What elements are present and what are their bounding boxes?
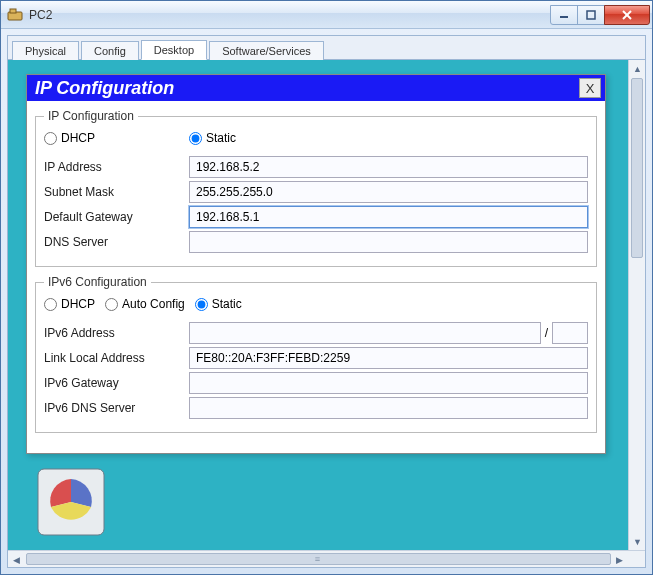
ipv4-dhcp-option[interactable]: DHCP (44, 131, 95, 145)
ipv4-static-option[interactable]: Static (189, 131, 236, 145)
dns-server-input[interactable] (189, 231, 588, 253)
ipv4-dhcp-label: DHCP (61, 131, 95, 145)
svg-rect-3 (587, 11, 595, 19)
ipv6-dns-row: IPv6 DNS Server (44, 397, 588, 419)
minimize-button[interactable] (550, 5, 578, 25)
default-gateway-input[interactable] (189, 206, 588, 228)
window-title: PC2 (29, 8, 551, 22)
ipv6-auto-option[interactable]: Auto Config (105, 297, 185, 311)
ipv6-dhcp-option[interactable]: DHCP (44, 297, 95, 311)
ipv6-static-radio[interactable] (195, 298, 208, 311)
app-icon (7, 7, 23, 23)
ip-config-dialog: IP Configuration X IP Configuration DHCP (26, 74, 606, 454)
ipv6-linklocal-label: Link Local Address (44, 351, 189, 365)
tab-desktop[interactable]: Desktop (141, 40, 207, 60)
ipv6-dhcp-radio[interactable] (44, 298, 57, 311)
horizontal-scroll-thumb[interactable]: ≡ (26, 553, 611, 565)
subnet-mask-label: Subnet Mask (44, 185, 189, 199)
scroll-down-icon[interactable]: ▼ (629, 533, 645, 550)
ip-address-row: IP Address (44, 156, 588, 178)
ipv6-gateway-label: IPv6 Gateway (44, 376, 189, 390)
ipv6-linklocal-input[interactable] (189, 347, 588, 369)
tab-software-services[interactable]: Software/Services (209, 41, 324, 60)
ipv6-address-row: IPv6 Address / (44, 322, 588, 344)
ipv6-linklocal-row: Link Local Address (44, 347, 588, 369)
ipv6-mode-row: DHCP Auto Config Static (44, 295, 588, 319)
desktop-area: IP Configuration X IP Configuration DHCP (8, 60, 645, 567)
tab-config[interactable]: Config (81, 41, 139, 60)
dns-server-row: DNS Server (44, 231, 588, 253)
titlebar[interactable]: PC2 (1, 1, 652, 29)
svg-rect-1 (10, 9, 16, 13)
ipv6-static-option[interactable]: Static (195, 297, 242, 311)
dialog-title: IP Configuration (35, 78, 579, 99)
maximize-button[interactable] (577, 5, 605, 25)
ipv4-static-radio[interactable] (189, 132, 202, 145)
ipv6-dhcp-label: DHCP (61, 297, 95, 311)
default-gateway-row: Default Gateway (44, 206, 588, 228)
ipv6-prefix-input[interactable] (552, 322, 588, 344)
ipv6-gateway-input[interactable] (189, 372, 588, 394)
default-gateway-label: Default Gateway (44, 210, 189, 224)
ipv6-legend: IPv6 Configuration (44, 275, 151, 289)
ipv4-static-label: Static (206, 131, 236, 145)
subnet-mask-input[interactable] (189, 181, 588, 203)
ipv6-address-input[interactable] (189, 322, 541, 344)
vertical-scroll-thumb[interactable] (631, 78, 643, 258)
ipv4-group: IP Configuration DHCP Static (35, 109, 597, 267)
tab-bar: Physical Config Desktop Software/Service… (8, 36, 645, 60)
tab-physical[interactable]: Physical (12, 41, 79, 60)
window-controls (551, 5, 650, 25)
ipv6-prefix-slash: / (541, 326, 552, 340)
ipv6-dns-input[interactable] (189, 397, 588, 419)
vertical-scrollbar[interactable]: ▲ ▼ (628, 60, 645, 550)
ipv4-mode-row: DHCP Static (44, 129, 588, 153)
ipv4-dhcp-radio[interactable] (44, 132, 57, 145)
ipv6-auto-label: Auto Config (122, 297, 185, 311)
horizontal-scrollbar[interactable]: ◀ ≡ ▶ (8, 550, 645, 567)
close-button[interactable] (604, 5, 650, 25)
dialog-titlebar[interactable]: IP Configuration X (27, 75, 605, 101)
scroll-right-icon[interactable]: ▶ (611, 551, 628, 567)
dialog-body: IP Configuration DHCP Static (27, 101, 605, 453)
ip-address-input[interactable] (189, 156, 588, 178)
dialog-close-button[interactable]: X (579, 78, 601, 98)
client-area: Physical Config Desktop Software/Service… (7, 35, 646, 568)
ipv4-legend: IP Configuration (44, 109, 138, 123)
scroll-left-icon[interactable]: ◀ (8, 551, 25, 567)
ipv6-dns-label: IPv6 DNS Server (44, 401, 189, 415)
ipv6-gateway-row: IPv6 Gateway (44, 372, 588, 394)
ipv6-auto-radio[interactable] (105, 298, 118, 311)
dns-server-label: DNS Server (44, 235, 189, 249)
ipv6-static-label: Static (212, 297, 242, 311)
application-window: PC2 Physical Config Desktop Software/Ser… (0, 0, 653, 575)
desktop-app-icon[interactable] (36, 467, 106, 537)
ipv6-group: IPv6 Configuration DHCP Auto Config (35, 275, 597, 433)
subnet-mask-row: Subnet Mask (44, 181, 588, 203)
scroll-up-icon[interactable]: ▲ (629, 60, 645, 77)
ipv6-address-label: IPv6 Address (44, 326, 189, 340)
ip-address-label: IP Address (44, 160, 189, 174)
